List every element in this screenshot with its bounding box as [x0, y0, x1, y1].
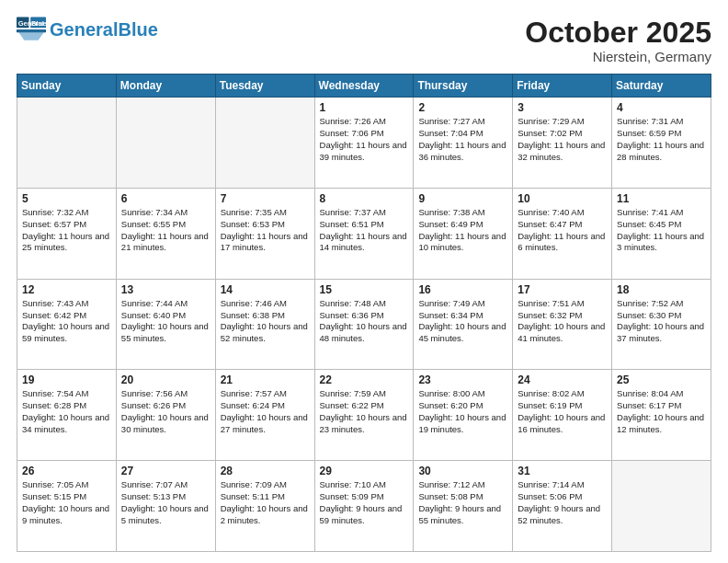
calendar-cell: 29Sunrise: 7:10 AM Sunset: 5:09 PM Dayli… — [314, 461, 414, 552]
calendar-cell: 26Sunrise: 7:05 AM Sunset: 5:15 PM Dayli… — [17, 461, 117, 552]
day-number: 3 — [518, 101, 607, 114]
cell-content: Sunrise: 7:34 AM Sunset: 6:55 PM Dayligh… — [121, 207, 210, 254]
calendar-cell: 16Sunrise: 7:49 AM Sunset: 6:34 PM Dayli… — [414, 279, 513, 370]
calendar-header-row: SundayMondayTuesdayWednesdayThursdayFrid… — [17, 75, 711, 98]
day-number: 12 — [22, 283, 111, 296]
header: General Blue GeneralBlue October 2025 Ni… — [17, 17, 711, 64]
cell-content: Sunrise: 8:04 AM Sunset: 6:17 PM Dayligh… — [617, 388, 706, 435]
calendar-cell — [17, 98, 117, 189]
calendar-week-1: 5Sunrise: 7:32 AM Sunset: 6:57 PM Daylig… — [17, 188, 711, 279]
day-number: 20 — [121, 373, 210, 386]
calendar-cell: 21Sunrise: 7:57 AM Sunset: 6:24 PM Dayli… — [215, 370, 314, 461]
calendar-cell — [612, 461, 711, 552]
calendar-cell: 12Sunrise: 7:43 AM Sunset: 6:42 PM Dayli… — [17, 279, 117, 370]
calendar-week-3: 19Sunrise: 7:54 AM Sunset: 6:28 PM Dayli… — [17, 370, 711, 461]
cell-content: Sunrise: 7:54 AM Sunset: 6:28 PM Dayligh… — [22, 388, 111, 435]
logo-icon: General Blue — [17, 17, 46, 42]
day-number: 4 — [617, 101, 706, 114]
cell-content: Sunrise: 7:10 AM Sunset: 5:09 PM Dayligh… — [320, 479, 409, 526]
calendar-cell: 27Sunrise: 7:07 AM Sunset: 5:13 PM Dayli… — [116, 461, 215, 552]
calendar-cell: 25Sunrise: 8:04 AM Sunset: 6:17 PM Dayli… — [612, 370, 711, 461]
calendar-cell: 31Sunrise: 7:14 AM Sunset: 5:06 PM Dayli… — [513, 461, 612, 552]
calendar-cell: 10Sunrise: 7:40 AM Sunset: 6:47 PM Dayli… — [513, 188, 612, 279]
page: General Blue GeneralBlue October 2025 Ni… — [0, 0, 728, 563]
day-number: 5 — [22, 192, 111, 205]
cell-content: Sunrise: 7:12 AM Sunset: 5:08 PM Dayligh… — [418, 479, 507, 526]
cell-content: Sunrise: 7:44 AM Sunset: 6:40 PM Dayligh… — [121, 298, 210, 345]
calendar-cell: 22Sunrise: 7:59 AM Sunset: 6:22 PM Dayli… — [314, 370, 414, 461]
cell-content: Sunrise: 7:05 AM Sunset: 5:15 PM Dayligh… — [22, 479, 111, 526]
day-number: 28 — [221, 465, 310, 477]
day-number: 25 — [617, 373, 706, 386]
day-number: 13 — [121, 283, 210, 296]
day-number: 14 — [221, 283, 310, 296]
calendar-cell: 23Sunrise: 8:00 AM Sunset: 6:20 PM Dayli… — [414, 370, 513, 461]
cell-content: Sunrise: 7:40 AM Sunset: 6:47 PM Dayligh… — [518, 207, 607, 254]
day-number: 7 — [221, 192, 310, 205]
cell-content: Sunrise: 7:41 AM Sunset: 6:45 PM Dayligh… — [617, 207, 706, 254]
calendar-table: SundayMondayTuesdayWednesdayThursdayFrid… — [17, 74, 711, 552]
calendar-cell: 19Sunrise: 7:54 AM Sunset: 6:28 PM Dayli… — [17, 370, 117, 461]
cell-content: Sunrise: 7:07 AM Sunset: 5:13 PM Dayligh… — [121, 479, 210, 526]
cell-content: Sunrise: 7:46 AM Sunset: 6:38 PM Dayligh… — [221, 298, 310, 345]
day-number: 23 — [418, 373, 507, 386]
calendar-cell: 4Sunrise: 7:31 AM Sunset: 6:59 PM Daylig… — [612, 98, 711, 189]
day-number: 30 — [418, 465, 507, 477]
cell-content: Sunrise: 7:31 AM Sunset: 6:59 PM Dayligh… — [617, 116, 706, 163]
logo: General Blue GeneralBlue — [17, 17, 158, 42]
calendar-cell: 8Sunrise: 7:37 AM Sunset: 6:51 PM Daylig… — [314, 188, 414, 279]
cell-content: Sunrise: 7:29 AM Sunset: 7:02 PM Dayligh… — [518, 116, 607, 163]
cell-content: Sunrise: 7:52 AM Sunset: 6:30 PM Dayligh… — [617, 298, 706, 345]
cell-content: Sunrise: 8:02 AM Sunset: 6:19 PM Dayligh… — [518, 388, 607, 435]
cell-content: Sunrise: 7:51 AM Sunset: 6:32 PM Dayligh… — [518, 298, 607, 345]
day-number: 8 — [320, 192, 409, 205]
col-header-wednesday: Wednesday — [314, 75, 414, 98]
calendar-cell: 20Sunrise: 7:56 AM Sunset: 6:26 PM Dayli… — [116, 370, 215, 461]
calendar-cell: 13Sunrise: 7:44 AM Sunset: 6:40 PM Dayli… — [116, 279, 215, 370]
day-number: 21 — [221, 373, 310, 386]
day-number: 24 — [518, 373, 607, 386]
cell-content: Sunrise: 7:37 AM Sunset: 6:51 PM Dayligh… — [320, 207, 409, 254]
day-number: 2 — [418, 101, 507, 114]
col-header-monday: Monday — [116, 75, 215, 98]
calendar-cell — [215, 98, 314, 189]
cell-content: Sunrise: 7:49 AM Sunset: 6:34 PM Dayligh… — [418, 298, 507, 345]
day-number: 9 — [418, 192, 507, 205]
calendar-cell: 7Sunrise: 7:35 AM Sunset: 6:53 PM Daylig… — [215, 188, 314, 279]
calendar-cell: 2Sunrise: 7:27 AM Sunset: 7:04 PM Daylig… — [414, 98, 513, 189]
day-number: 1 — [320, 101, 409, 114]
day-number: 11 — [617, 192, 706, 205]
day-number: 17 — [518, 283, 607, 296]
cell-content: Sunrise: 7:27 AM Sunset: 7:04 PM Dayligh… — [418, 116, 507, 163]
cell-content: Sunrise: 7:48 AM Sunset: 6:36 PM Dayligh… — [320, 298, 409, 345]
calendar-cell: 18Sunrise: 7:52 AM Sunset: 6:30 PM Dayli… — [612, 279, 711, 370]
day-number: 19 — [22, 373, 111, 386]
cell-content: Sunrise: 7:57 AM Sunset: 6:24 PM Dayligh… — [221, 388, 310, 435]
title-block: October 2025 Nierstein, Germany — [525, 17, 711, 64]
cell-content: Sunrise: 7:09 AM Sunset: 5:11 PM Dayligh… — [221, 479, 310, 526]
calendar-cell: 3Sunrise: 7:29 AM Sunset: 7:02 PM Daylig… — [513, 98, 612, 189]
col-header-thursday: Thursday — [414, 75, 513, 98]
day-number: 22 — [320, 373, 409, 386]
cell-content: Sunrise: 7:35 AM Sunset: 6:53 PM Dayligh… — [221, 207, 310, 254]
cell-content: Sunrise: 7:59 AM Sunset: 6:22 PM Dayligh… — [320, 388, 409, 435]
cell-content: Sunrise: 7:43 AM Sunset: 6:42 PM Dayligh… — [22, 298, 111, 345]
day-number: 15 — [320, 283, 409, 296]
month-title: October 2025 — [525, 17, 711, 49]
day-number: 29 — [320, 465, 409, 477]
svg-marker-3 — [17, 29, 46, 40]
day-number: 26 — [22, 465, 111, 477]
calendar-cell: 1Sunrise: 7:26 AM Sunset: 7:06 PM Daylig… — [314, 98, 414, 189]
day-number: 31 — [518, 465, 607, 477]
day-number: 6 — [121, 192, 210, 205]
calendar-week-2: 12Sunrise: 7:43 AM Sunset: 6:42 PM Dayli… — [17, 279, 711, 370]
calendar-week-4: 26Sunrise: 7:05 AM Sunset: 5:15 PM Dayli… — [17, 461, 711, 552]
calendar-cell: 28Sunrise: 7:09 AM Sunset: 5:11 PM Dayli… — [215, 461, 314, 552]
calendar-cell: 30Sunrise: 7:12 AM Sunset: 5:08 PM Dayli… — [414, 461, 513, 552]
cell-content: Sunrise: 8:00 AM Sunset: 6:20 PM Dayligh… — [418, 388, 507, 435]
calendar-cell: 15Sunrise: 7:48 AM Sunset: 6:36 PM Dayli… — [314, 279, 414, 370]
col-header-tuesday: Tuesday — [215, 75, 314, 98]
svg-text:Blue: Blue — [31, 19, 46, 28]
calendar-cell: 6Sunrise: 7:34 AM Sunset: 6:55 PM Daylig… — [116, 188, 215, 279]
logo-blue: Blue — [118, 19, 157, 40]
